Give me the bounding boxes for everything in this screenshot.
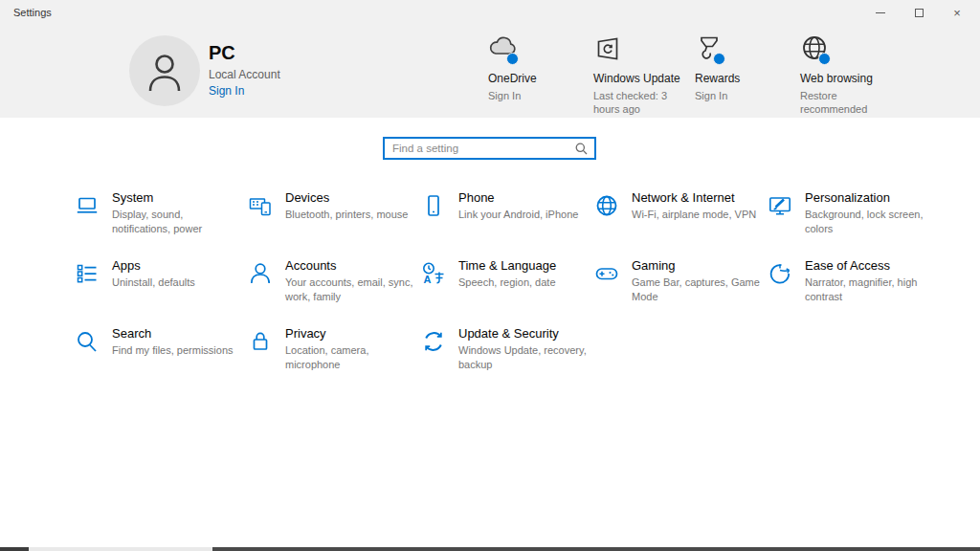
- item-subtitle: Wi-Fi, airplane mode, VPN: [632, 208, 756, 222]
- maximize-icon: [915, 9, 924, 17]
- gaming-icon: [594, 261, 619, 286]
- user-name: PC: [209, 42, 235, 64]
- update-security-icon: [421, 329, 446, 354]
- status-tile-web-browsing[interactable]: Web browsing Restore recommended: [800, 34, 898, 117]
- settings-item-devices[interactable]: Devices Bluetooth, printers, mouse: [248, 190, 421, 258]
- apps-icon: [75, 261, 100, 286]
- tile-subtitle: Sign In: [488, 89, 586, 102]
- status-tile-rewards[interactable]: Rewards Sign In: [695, 34, 792, 102]
- search-box: [383, 137, 596, 160]
- privacy-icon: [248, 329, 273, 354]
- tile-subtitle: Last checked: 3 hours ago: [593, 89, 691, 117]
- search-icon[interactable]: [575, 143, 588, 155]
- ease-of-access-icon: [768, 261, 792, 286]
- settings-item-time-language[interactable]: A Time & Language Speech, region, date: [421, 258, 594, 326]
- status-dot: [713, 53, 725, 65]
- search-input[interactable]: [385, 143, 575, 154]
- item-subtitle: Windows Update, recovery, backup: [458, 343, 590, 371]
- item-title: Devices: [285, 190, 408, 205]
- item-title: Gaming: [632, 258, 764, 273]
- status-tile-windows-update[interactable]: Windows Update Last checked: 3 hours ago: [593, 34, 691, 117]
- item-title: Ease of Access: [805, 258, 937, 273]
- settings-item-system[interactable]: System Display, sound, notifications, po…: [75, 190, 248, 258]
- status-dot: [506, 53, 519, 65]
- user-sign-in-link[interactable]: Sign In: [209, 84, 244, 98]
- settings-grid: System Display, sound, notifications, po…: [75, 190, 941, 394]
- item-title: System: [112, 190, 244, 205]
- taskbar-edge[interactable]: [0, 547, 980, 551]
- settings-item-privacy[interactable]: Privacy Location, camera, microphone: [248, 326, 421, 394]
- taskbar-start-segment: [0, 547, 29, 551]
- settings-item-gaming[interactable]: Gaming Game Bar, captures, Game Mode: [594, 258, 768, 326]
- close-button[interactable]: ×: [938, 0, 976, 25]
- item-subtitle: Game Bar, captures, Game Mode: [632, 276, 764, 303]
- item-subtitle: Find my files, permissions: [112, 343, 234, 358]
- window-title: Settings: [13, 7, 52, 18]
- item-subtitle: Bluetooth, printers, mouse: [285, 208, 408, 222]
- settings-item-search[interactable]: Search Find my files, permissions: [75, 326, 248, 394]
- settings-item-network[interactable]: Network & Internet Wi-Fi, airplane mode,…: [594, 190, 768, 258]
- settings-item-personalization[interactable]: Personalization Background, lock screen,…: [768, 190, 941, 258]
- item-subtitle: Your accounts, email, sync, work, family: [285, 276, 417, 303]
- item-subtitle: Location, camera, microphone: [285, 343, 417, 371]
- item-title: Personalization: [805, 190, 937, 205]
- item-title: Update & Security: [458, 326, 590, 341]
- avatar[interactable]: [129, 35, 200, 106]
- maximize-button[interactable]: [900, 0, 938, 25]
- network-icon: [594, 193, 619, 218]
- item-subtitle: Narrator, magnifier, high contrast: [805, 276, 937, 303]
- item-title: Apps: [112, 258, 195, 273]
- item-subtitle: Link your Android, iPhone: [458, 208, 578, 222]
- settings-item-accounts[interactable]: Accounts Your accounts, email, sync, wor…: [248, 258, 421, 326]
- close-icon: ×: [953, 7, 961, 19]
- item-title: Time & Language: [458, 258, 556, 273]
- tile-subtitle: Restore recommended: [800, 89, 898, 117]
- devices-icon: [248, 193, 273, 218]
- tile-subtitle: Sign In: [695, 89, 792, 102]
- tile-title: OneDrive: [488, 72, 586, 85]
- item-title: Search: [112, 326, 234, 341]
- item-title: Phone: [458, 190, 578, 205]
- tile-title: Rewards: [695, 72, 792, 85]
- item-subtitle: Background, lock screen, colors: [805, 208, 937, 235]
- item-subtitle: Display, sound, notifications, power: [112, 208, 244, 235]
- window-controls: ×: [861, 0, 976, 25]
- system-icon: [75, 193, 100, 218]
- settings-item-update-security[interactable]: Update & Security Windows Update, recove…: [421, 326, 594, 394]
- accounts-icon: [248, 261, 273, 286]
- settings-item-apps[interactable]: Apps Uninstall, defaults: [75, 258, 248, 326]
- tile-title: Web browsing: [800, 72, 898, 85]
- item-title: Network & Internet: [632, 190, 756, 205]
- phone-icon: [421, 193, 446, 218]
- item-title: Accounts: [285, 258, 417, 273]
- taskbar-active-app-segment: [29, 547, 212, 551]
- settings-item-phone[interactable]: Phone Link your Android, iPhone: [421, 190, 594, 258]
- status-dot: [818, 53, 831, 65]
- item-title: Privacy: [285, 326, 417, 341]
- minimize-icon: [876, 12, 885, 13]
- windows-update-icon: [593, 34, 622, 63]
- item-subtitle: Uninstall, defaults: [112, 276, 195, 290]
- minimize-button[interactable]: [861, 0, 900, 25]
- user-icon: [143, 49, 187, 93]
- user-account-type: Local Account: [209, 68, 280, 81]
- tile-title: Windows Update: [593, 72, 691, 85]
- svg-text:A: A: [424, 274, 432, 285]
- status-tile-onedrive[interactable]: OneDrive Sign In: [488, 34, 586, 102]
- header: Settings × PC Local Account Sign In OneD…: [0, 0, 980, 118]
- settings-item-ease-of-access[interactable]: Ease of Access Narrator, magnifier, high…: [768, 258, 941, 326]
- personalization-icon: [768, 193, 792, 218]
- item-subtitle: Speech, region, date: [458, 276, 556, 290]
- time-language-icon: A: [421, 261, 446, 286]
- search-icon: [75, 329, 100, 354]
